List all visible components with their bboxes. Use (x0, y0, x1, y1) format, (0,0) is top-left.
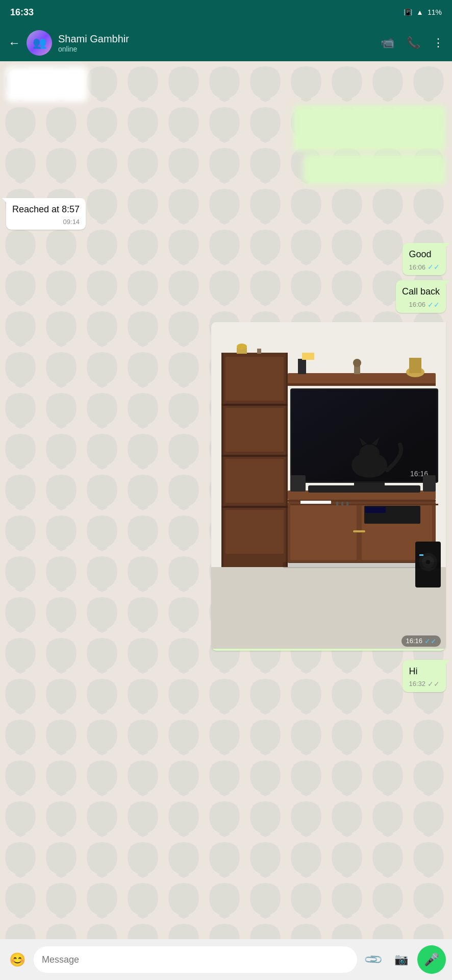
svg-rect-46 (341, 502, 343, 506)
back-button[interactable]: ← (8, 36, 20, 50)
read-receipt-icon: ✓✓ (428, 263, 440, 271)
message-meta: 09:14 (12, 218, 80, 226)
list-item: ↪ (6, 322, 446, 653)
phone-icon[interactable]: 📞 (407, 36, 420, 50)
message-text: Hi (409, 666, 417, 676)
paperclip-icon: 📎 (363, 949, 384, 970)
chat-body: Reached at 8:57 09:14 Good 16:06 ✓✓ Call… (0, 61, 452, 939)
message-meta: 16:06 ✓✓ (409, 263, 440, 271)
svg-rect-11 (225, 459, 284, 503)
svg-rect-45 (336, 502, 338, 506)
svg-rect-10 (225, 408, 284, 452)
contact-status: online (58, 45, 374, 53)
status-time: 16:33 (10, 7, 34, 18)
wifi-icon: ▲ (416, 8, 423, 16)
message-input[interactable] (34, 946, 357, 973)
received-bubble: Reached at 8:57 09:14 (6, 198, 86, 230)
list-item (6, 154, 446, 185)
svg-rect-42 (358, 530, 365, 532)
svg-rect-50 (308, 485, 420, 493)
attach-button[interactable]: 📎 (358, 944, 389, 975)
svg-rect-43 (290, 504, 438, 505)
more-options-icon[interactable]: ⋮ (433, 36, 444, 50)
contact-info: Shami Gambhir online (58, 33, 374, 53)
read-receipt-icon: ✓✓ (428, 680, 440, 688)
svg-point-14 (237, 344, 247, 350)
chat-header: ← 👥 Shami Gambhir online 📹 📞 ⋮ (0, 24, 452, 61)
message-text: Good (409, 249, 431, 259)
chat-image: 16:16 (211, 322, 446, 649)
svg-point-23 (353, 359, 361, 367)
status-icons: 📳 ▲ 11% (404, 8, 442, 16)
svg-rect-12 (225, 510, 284, 554)
svg-rect-8 (221, 506, 288, 508)
blurred-message-3 (303, 154, 446, 185)
message-time: 16:06 (409, 301, 425, 308)
list-item: Reached at 8:57 09:14 (6, 198, 446, 232)
svg-rect-56 (283, 562, 441, 568)
message-time: 16:32 (409, 680, 425, 688)
image-read-receipt-icon: ✓✓ (424, 637, 437, 645)
list-item: Call back 16:06 ✓✓ (6, 280, 446, 314)
emoji-icon: 😊 (9, 952, 26, 968)
svg-rect-5 (286, 353, 288, 567)
camera-button[interactable]: 📷 (390, 948, 412, 971)
read-receipt-icon: ✓✓ (428, 301, 440, 309)
mic-button[interactable]: 🎤 (417, 945, 446, 974)
blurred-message-2 (293, 105, 446, 151)
blurred-message-1 (6, 66, 88, 102)
svg-rect-39 (290, 505, 357, 560)
svg-rect-47 (346, 502, 348, 506)
list-item (6, 105, 446, 151)
list-item (6, 66, 446, 102)
contact-name[interactable]: Shami Gambhir (58, 33, 374, 45)
svg-rect-15 (257, 349, 261, 354)
video-call-icon[interactable]: 📹 (381, 36, 394, 50)
svg-rect-36 (290, 475, 306, 492)
svg-rect-4 (221, 353, 223, 567)
message-text: Reached at 8:57 (12, 204, 80, 214)
sent-bubble: Hi 16:32 ✓✓ (403, 660, 446, 692)
svg-point-28 (359, 445, 380, 463)
list-item: Good 16:06 ✓✓ (6, 243, 446, 277)
message-time: 09:14 (63, 218, 80, 226)
svg-rect-19 (302, 353, 314, 360)
svg-rect-9 (225, 357, 284, 401)
sent-bubble: Good 16:06 ✓✓ (403, 243, 446, 275)
input-bar: 😊 📎 📷 🎤 (0, 939, 452, 980)
svg-rect-7 (221, 455, 288, 457)
mic-icon: 🎤 (424, 952, 439, 967)
messages-container: Reached at 8:57 09:14 Good 16:06 ✓✓ Call… (6, 66, 446, 695)
svg-rect-18 (298, 359, 306, 374)
status-bar: 16:33 📳 ▲ 11% (0, 0, 452, 24)
emoji-button[interactable]: 😊 (6, 948, 29, 971)
camera-icon: 📷 (394, 953, 408, 966)
svg-rect-6 (221, 404, 288, 406)
avatar[interactable]: 👥 (27, 30, 52, 56)
vibrate-icon: 📳 (404, 8, 412, 16)
svg-rect-55 (419, 554, 423, 556)
message-meta: 16:06 ✓✓ (402, 301, 440, 309)
message-text: Call back (402, 286, 440, 297)
svg-rect-17 (288, 383, 436, 386)
image-time-overlay: 16:16 ✓✓ (401, 635, 441, 647)
svg-rect-44 (300, 501, 331, 504)
sent-bubble: Call back 16:06 ✓✓ (396, 280, 446, 312)
svg-rect-37 (423, 475, 436, 492)
header-actions: 📹 📞 ⋮ (381, 36, 444, 50)
svg-rect-21 (409, 358, 421, 373)
battery-text: 11% (428, 8, 442, 16)
message-meta: 16:32 ✓✓ (409, 680, 440, 688)
image-bubble[interactable]: 16:16 (211, 322, 446, 651)
message-time: 16:06 (409, 263, 425, 271)
svg-rect-49 (365, 507, 386, 513)
list-item: Hi 16:32 ✓✓ (6, 660, 446, 694)
image-message-time: 16:16 (406, 637, 422, 645)
